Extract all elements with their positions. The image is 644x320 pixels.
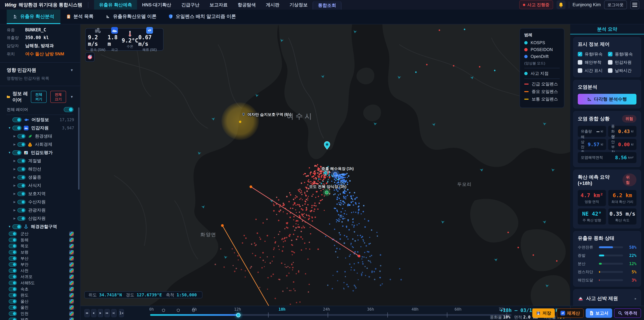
layer-toggle[interactable] xyxy=(18,159,26,163)
layer-toggle[interactable] xyxy=(18,192,26,196)
expand-caret-icon[interactable]: ▶ xyxy=(12,192,18,195)
main-nav-tab-기상정보[interactable]: 기상정보 xyxy=(284,0,312,10)
playback-play-button[interactable] xyxy=(98,309,103,317)
expand-caret-icon[interactable]: ▶ xyxy=(12,217,18,220)
display-option-해안부착[interactable]: 해안부착 xyxy=(578,60,606,65)
logout-button[interactable]: 로그아웃 xyxy=(604,1,627,9)
region-toggle[interactable] xyxy=(9,318,17,320)
checkbox-checked-icon[interactable]: ✓ xyxy=(608,52,612,56)
region-map-icon[interactable] xyxy=(69,317,74,320)
notifications-button[interactable] xyxy=(556,1,566,9)
layer-toggle[interactable] xyxy=(12,150,22,155)
region-map-icon[interactable] xyxy=(69,305,74,310)
checkbox-icon[interactable] xyxy=(578,68,582,73)
report-button[interactable]: 보고서 xyxy=(586,308,612,318)
layer-toggle[interactable] xyxy=(18,134,26,138)
trace-button[interactable]: 역추적 xyxy=(614,308,641,318)
layer-toggle[interactable] xyxy=(18,183,26,188)
region-map-icon[interactable] xyxy=(69,232,74,236)
region-toggle[interactable] xyxy=(9,262,17,267)
display-option-민감자원[interactable]: 민감자원 xyxy=(608,60,636,65)
sensitive-resources-section[interactable]: 영향 민감자원 ▼ xyxy=(0,64,80,75)
collapse-caret-icon[interactable]: ▼ xyxy=(7,225,12,228)
region-toggle[interactable] xyxy=(9,299,17,303)
region-toggle[interactable] xyxy=(9,244,17,248)
main-nav-tab-긴급구난[interactable]: 긴급구난 xyxy=(176,0,204,10)
layer-toggle[interactable] xyxy=(18,167,26,171)
checkbox-icon[interactable] xyxy=(608,68,612,73)
timeline-thumb[interactable] xyxy=(236,313,240,317)
region-map-icon[interactable] xyxy=(69,299,74,303)
checkbox-checked-icon[interactable]: ✓ xyxy=(578,52,582,56)
recalc-button[interactable]: 재계산 xyxy=(557,308,584,318)
playback-speed-button[interactable]: 1× xyxy=(119,309,124,317)
save-button[interactable]: 저장 xyxy=(532,308,555,318)
display-option-유향/유속[interactable]: ✓유향/유속 xyxy=(578,51,606,57)
polygon-analysis-button[interactable]: 다각형 분석수행 xyxy=(578,94,636,105)
region-map-icon[interactable] xyxy=(69,281,74,285)
region-map-icon[interactable] xyxy=(69,311,74,316)
checkbox-icon[interactable] xyxy=(578,60,582,65)
subtab-오일펜스 배치 알고리즘 이론[interactable]: 오일펜스 배치 알고리즘 이론 xyxy=(162,10,242,24)
layer-toggle[interactable] xyxy=(12,117,22,122)
expand-caret-icon[interactable]: ▶ xyxy=(12,159,18,163)
region-toggle[interactable] xyxy=(9,238,17,242)
region-map-icon[interactable] xyxy=(69,256,74,261)
region-map-icon[interactable] xyxy=(69,287,74,291)
checkbox-icon[interactable] xyxy=(608,60,612,65)
main-nav-tab-HNS·대기확산[interactable]: HNS·대기확산 xyxy=(137,0,176,10)
region-toggle[interactable] xyxy=(9,274,17,279)
layer-toggle[interactable] xyxy=(18,175,26,180)
main-nav-tab-통합조회[interactable]: 통합조회 xyxy=(312,1,342,10)
region-toggle[interactable] xyxy=(9,311,17,316)
layer-toggle[interactable] xyxy=(12,126,22,130)
expand-caret-icon[interactable]: ▶ xyxy=(12,208,18,212)
display-option-풍향/풍속[interactable]: ✓풍향/풍속 xyxy=(608,51,636,57)
layer-toggle[interactable] xyxy=(18,142,26,147)
layer-toggle[interactable] xyxy=(18,200,26,204)
expand-caret-icon[interactable]: ▶ xyxy=(12,167,18,171)
region-toggle[interactable] xyxy=(9,232,17,236)
region-toggle[interactable] xyxy=(9,293,17,297)
expand-caret-icon[interactable]: ▶ xyxy=(12,176,18,179)
expand-caret-icon[interactable]: ▶ xyxy=(12,143,18,146)
expand-caret-icon[interactable]: ▶ xyxy=(12,134,18,138)
playback-fast-forward-button[interactable] xyxy=(104,309,110,317)
all-layers-on-button[interactable]: 전체 켜기 xyxy=(31,91,46,103)
menu-button[interactable] xyxy=(630,1,639,9)
region-map-icon[interactable] xyxy=(69,293,74,297)
region-toggle[interactable] xyxy=(9,281,17,285)
time-slider[interactable]: 0h6h12h18h24h36h48h60h72h xyxy=(150,306,512,320)
region-toggle[interactable] xyxy=(9,305,17,309)
subtab-유출유확산모델 이론[interactable]: 유출유확산모델 이론 xyxy=(100,10,163,24)
region-map-icon[interactable] xyxy=(69,262,74,267)
master-layer-toggle[interactable] xyxy=(64,107,74,112)
display-option-시간 표시[interactable]: 시간 표시 xyxy=(578,68,606,73)
region-toggle[interactable] xyxy=(9,250,17,254)
display-option-날짜시간[interactable]: 날짜시간 xyxy=(608,68,636,73)
region-toggle[interactable] xyxy=(9,287,17,291)
playback-step-back-button[interactable] xyxy=(91,309,96,317)
main-nav-tab-유출유 확산예측[interactable]: 유출유 확산예측 xyxy=(94,0,137,10)
expand-caret-icon[interactable]: ▶ xyxy=(12,200,18,204)
region-map-icon[interactable] xyxy=(69,268,74,273)
collapse-caret-icon[interactable]: ▼ xyxy=(7,126,12,130)
main-nav-tab-게시판[interactable]: 게시판 xyxy=(261,0,284,10)
region-toggle[interactable] xyxy=(9,256,17,261)
layer-toggle[interactable] xyxy=(18,208,26,212)
playback-skip-start-button[interactable] xyxy=(84,309,90,317)
subtab-분석 목록[interactable]: 분석 목록 xyxy=(60,10,100,24)
map-canvas[interactable]: 여자만 습지보호구역 (6h)중흥 해수욕장 (1h)모도 전복 양식장 (3h… xyxy=(80,24,570,306)
playback-skip-end-button[interactable] xyxy=(111,309,116,317)
main-nav-tab-항공탐색[interactable]: 항공탐색 xyxy=(232,0,261,10)
region-map-icon[interactable] xyxy=(69,238,74,242)
recenter-button[interactable] xyxy=(85,52,94,62)
region-map-icon[interactable] xyxy=(69,250,74,254)
region-toggle[interactable] xyxy=(9,268,17,273)
collapse-caret-icon[interactable]: ▼ xyxy=(7,151,12,154)
layer-toggle[interactable] xyxy=(12,224,22,229)
region-map-icon[interactable] xyxy=(69,244,74,248)
collapsed-card-사고 선박 제원[interactable]: 사고 선박 제원▸ xyxy=(573,289,641,306)
main-nav-tab-보고자료[interactable]: 보고자료 xyxy=(204,0,232,10)
sidebar-scrollbar[interactable] xyxy=(78,107,80,190)
